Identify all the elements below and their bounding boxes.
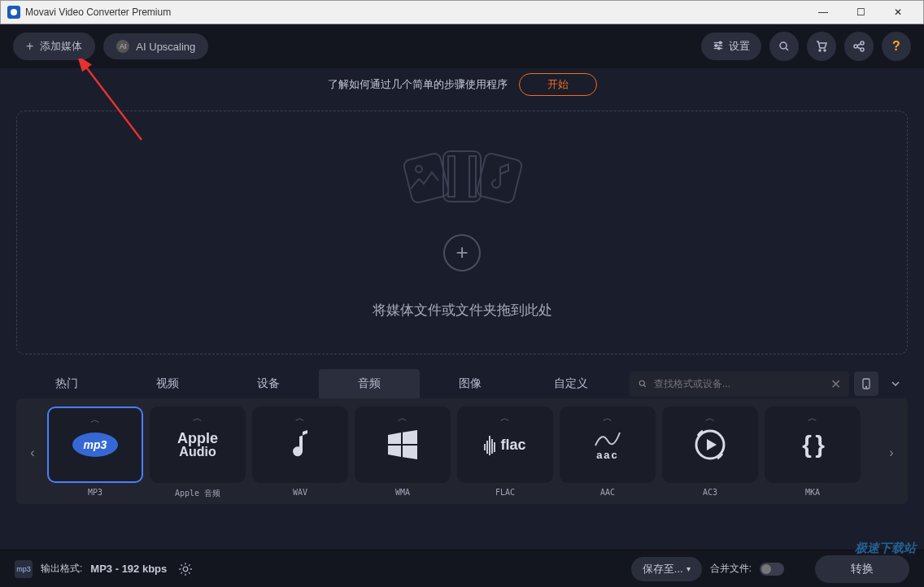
dropzone-label: 将媒体文件或文件夹拖到此处 xyxy=(373,301,552,320)
settings-button[interactable]: 设置 xyxy=(701,33,761,60)
format-item-wma[interactable]: ︿ xyxy=(355,407,451,483)
svg-text:mp3: mp3 xyxy=(84,438,107,451)
chevron-up-icon: ︿ xyxy=(193,411,203,425)
chevron-up-icon: ︿ xyxy=(808,411,817,425)
svg-rect-32 xyxy=(484,444,486,450)
format-label: MP3 xyxy=(88,488,102,497)
maximize-button[interactable]: ☐ xyxy=(842,0,879,24)
format-item-aac[interactable]: ︿ aac xyxy=(560,407,656,483)
svg-rect-20 xyxy=(448,156,455,197)
format-label: Apple 音频 xyxy=(175,488,220,499)
output-format-label: 输出格式: xyxy=(41,562,82,576)
format-label: FLAC xyxy=(495,488,515,497)
format-search-input[interactable] xyxy=(654,378,824,389)
add-media-circle-button[interactable]: + xyxy=(443,234,481,272)
output-format-icon: mp3 xyxy=(15,560,33,578)
chevron-down-icon: ▾ xyxy=(686,564,691,573)
help-button[interactable]: ? xyxy=(882,32,911,61)
svg-line-9 xyxy=(786,48,788,50)
format-label: WMA xyxy=(395,488,410,497)
ai-upscaling-button[interactable]: AI AI Upscaling xyxy=(103,33,208,59)
search-button[interactable] xyxy=(769,32,799,61)
merge-files-label: 合并文件: xyxy=(710,562,752,576)
carousel-prev-button[interactable]: ‹ xyxy=(23,411,42,495)
svg-point-10 xyxy=(819,50,821,51)
plus-icon: + xyxy=(26,39,33,54)
clear-search-icon[interactable]: ✕ xyxy=(830,376,841,392)
tab-custom[interactable]: 自定义 xyxy=(521,369,621,398)
bottom-bar: mp3 输出格式: MP3 - 192 kbps 保存至... ▾ 合并文件: … xyxy=(0,550,924,587)
format-list: ︿ mp3 MP3 ︿ AppleAudio Apple 音频 xyxy=(47,407,877,499)
add-media-button[interactable]: + 添加媒体 xyxy=(13,33,95,60)
wav-note-icon xyxy=(288,420,312,469)
format-item-apple-audio[interactable]: ︿ AppleAudio xyxy=(150,407,246,483)
format-item-ac3[interactable]: ︿ xyxy=(662,407,758,483)
format-search-box[interactable]: ✕ xyxy=(630,372,849,397)
format-item-wav[interactable]: ︿ xyxy=(252,407,348,483)
tab-devices[interactable]: 设备 xyxy=(218,369,319,398)
tab-audio[interactable]: 音频 xyxy=(319,369,420,398)
promo-bar: 了解如何通过几个简单的步骤使用程序 开始 xyxy=(0,68,924,101)
aac-icon: aac xyxy=(592,420,623,469)
format-label: WAV xyxy=(293,488,307,497)
svg-line-15 xyxy=(857,44,861,46)
save-to-label: 保存至... xyxy=(643,562,683,576)
apple-audio-icon: AppleAudio xyxy=(177,420,218,469)
chevron-up-icon: ︿ xyxy=(90,413,100,427)
format-item-flac[interactable]: ︿ flac xyxy=(457,407,553,483)
format-item-mp3[interactable]: ︿ mp3 xyxy=(47,407,143,483)
chevron-up-icon: ︿ xyxy=(603,411,612,425)
svg-point-38 xyxy=(183,567,188,572)
output-settings-button[interactable] xyxy=(175,559,196,580)
mka-braces-icon: { } xyxy=(802,420,823,469)
tab-video[interactable]: 视频 xyxy=(117,369,218,398)
mp3-icon: mp3 xyxy=(69,420,121,469)
svg-line-16 xyxy=(857,47,861,49)
window-title: Movavi Video Converter Premium xyxy=(25,7,804,18)
format-item-mka[interactable]: ︿ { } xyxy=(765,407,861,483)
chevron-up-icon: ︿ xyxy=(295,411,305,425)
svg-rect-21 xyxy=(469,156,476,197)
sliders-icon xyxy=(713,40,724,54)
chevron-up-icon: ︿ xyxy=(500,411,510,425)
top-toolbar: + 添加媒体 AI AI Upscaling 设置 ? xyxy=(0,24,924,68)
tab-popular[interactable]: 热门 xyxy=(16,369,117,398)
svg-point-7 xyxy=(718,47,721,50)
windows-icon xyxy=(386,420,419,469)
chevron-up-icon: ︿ xyxy=(705,411,715,425)
cart-button[interactable] xyxy=(807,32,836,61)
chevron-up-icon: ︿ xyxy=(398,411,408,425)
svg-point-29 xyxy=(866,387,867,388)
tab-image[interactable]: 图像 xyxy=(420,369,521,398)
media-illustration-icon xyxy=(393,146,531,213)
carousel-next-button[interactable]: › xyxy=(882,411,901,495)
convert-button[interactable]: 转换 xyxy=(815,555,909,583)
minimize-button[interactable]: — xyxy=(804,0,842,24)
detect-device-button[interactable] xyxy=(854,372,878,396)
svg-rect-34 xyxy=(489,436,490,455)
start-tutorial-button[interactable]: 开始 xyxy=(519,73,597,96)
format-label: AC3 xyxy=(703,488,717,497)
titlebar: Movavi Video Converter Premium — ☐ ✕ xyxy=(0,0,924,24)
flac-icon: flac xyxy=(484,420,525,469)
svg-rect-33 xyxy=(486,441,488,454)
media-dropzone[interactable]: + 将媒体文件或文件夹拖到此处 xyxy=(16,111,908,354)
format-tabs-row: 热门 视频 设备 音频 图像 自定义 ✕ xyxy=(16,364,908,398)
close-button[interactable]: ✕ xyxy=(879,0,917,24)
share-button[interactable] xyxy=(844,32,874,61)
merge-files-toggle[interactable] xyxy=(760,563,784,576)
svg-point-18 xyxy=(416,166,422,172)
svg-point-8 xyxy=(780,42,787,49)
ai-upscaling-label: AI Upscaling xyxy=(136,41,195,53)
svg-rect-35 xyxy=(491,439,493,454)
svg-point-14 xyxy=(861,48,864,51)
ai-icon: AI xyxy=(116,40,129,53)
svg-point-13 xyxy=(861,41,864,45)
output-format-value: MP3 - 192 kbps xyxy=(90,563,167,575)
svg-point-1 xyxy=(11,9,17,15)
collapse-panel-button[interactable] xyxy=(883,372,908,396)
plus-icon: + xyxy=(455,240,468,265)
save-to-button[interactable]: 保存至... ▾ xyxy=(631,557,702,581)
search-icon xyxy=(638,379,647,389)
add-media-label: 添加媒体 xyxy=(40,39,82,54)
